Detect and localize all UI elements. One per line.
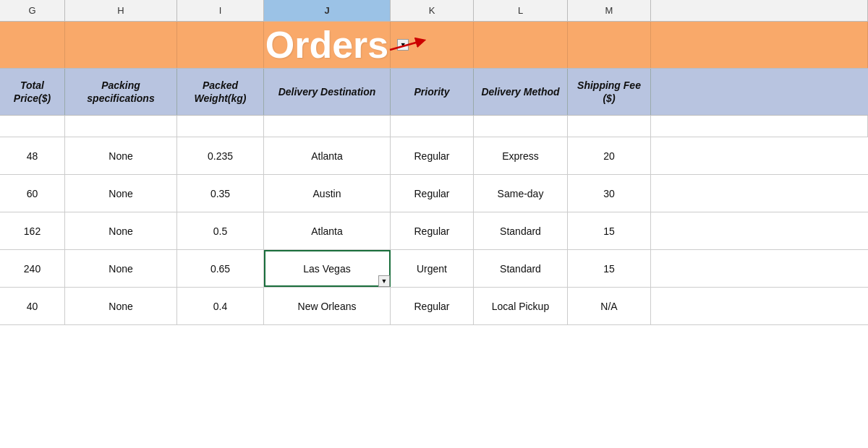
cell-weight-2[interactable]: 0.5 <box>177 212 264 249</box>
arrow-indicator <box>386 34 430 56</box>
cell-destination-0[interactable]: Atlanta <box>264 137 391 174</box>
cell-packing-2[interactable]: None <box>65 212 177 249</box>
cell-packing-0[interactable]: None <box>65 137 177 174</box>
orders-title-span: Orders ▼ <box>265 23 389 66</box>
cell-total-price-4[interactable]: 40 <box>0 288 65 324</box>
title-cell-j: Orders ▼ <box>264 22 391 68</box>
table-row: 48 None 0.235 Atlanta Regular Express 20 <box>0 137 868 175</box>
cell-total-price-2[interactable]: 162 <box>0 212 65 249</box>
col-header-g[interactable]: G <box>0 0 65 21</box>
cell-fee-4[interactable]: N/A <box>568 288 651 324</box>
header-packing-specs: Packing specifications <box>65 69 177 115</box>
cell-priority-4[interactable]: Regular <box>391 288 474 324</box>
col-header-i[interactable]: I <box>177 0 264 21</box>
col-header-j[interactable]: J <box>264 0 391 21</box>
title-cell-i <box>177 22 264 68</box>
title-cell-h <box>65 22 177 68</box>
cell-destination-3-selected[interactable]: Las Vegas▼ <box>264 250 391 287</box>
col-header-h[interactable]: H <box>65 0 177 21</box>
title-row: Orders ▼ <box>0 22 868 69</box>
col-header-k[interactable]: K <box>391 0 474 21</box>
cell-fee-3[interactable]: 15 <box>568 250 651 287</box>
title-cell-g <box>0 22 65 68</box>
empty-row <box>0 116 868 137</box>
cell-packing-3[interactable]: None <box>65 250 177 287</box>
cell-total-price-1[interactable]: 60 <box>0 175 65 212</box>
header-row: Total Price($) Packing specifications Pa… <box>0 69 868 116</box>
cell-fee-0[interactable]: 20 <box>568 137 651 174</box>
table-row: 40 None 0.4 New Orleans Regular Local Pi… <box>0 288 868 325</box>
cell-priority-2[interactable]: Regular <box>391 212 474 249</box>
cell-weight-1[interactable]: 0.35 <box>177 175 264 212</box>
cell-extra-3 <box>651 250 868 287</box>
red-arrow-svg <box>386 34 430 56</box>
cell-method-2[interactable]: Standard <box>474 212 568 249</box>
header-total-price: Total Price($) <box>0 69 65 115</box>
cell-total-price-0[interactable]: 48 <box>0 137 65 174</box>
cell-destination-2[interactable]: Atlanta <box>264 212 391 249</box>
table-row: 240 None 0.65 Las Vegas▼ Urgent Standard… <box>0 250 868 288</box>
header-priority: Priority <box>391 69 474 115</box>
cell-weight-0[interactable]: 0.235 <box>177 137 264 174</box>
cell-dropdown-button[interactable]: ▼ <box>378 275 390 287</box>
header-delivery-destination: Delivery Destination <box>264 69 391 115</box>
cell-method-0[interactable]: Express <box>474 137 568 174</box>
header-extra <box>651 69 868 115</box>
title-cell-l <box>474 22 568 68</box>
col-header-extra <box>651 0 868 21</box>
column-headers-row: G H I J K L M <box>0 0 868 22</box>
cell-extra-1 <box>651 175 868 212</box>
header-packed-weight: Packed Weight(kg) <box>177 69 264 115</box>
table-row: 162 None 0.5 Atlanta Regular Standard 15 <box>0 212 868 250</box>
cell-extra-0 <box>651 137 868 174</box>
col-header-l[interactable]: L <box>474 0 568 21</box>
svg-line-0 <box>390 41 421 50</box>
spreadsheet: G H I J K L M Orders ▼ <box>0 0 868 448</box>
title-cell-extra <box>651 22 868 68</box>
cell-fee-2[interactable]: 15 <box>568 212 651 249</box>
cell-priority-3[interactable]: Urgent <box>391 250 474 287</box>
cell-method-1[interactable]: Same-day <box>474 175 568 212</box>
cell-total-price-3[interactable]: 240 <box>0 250 65 287</box>
cell-destination-1[interactable]: Austin <box>264 175 391 212</box>
cell-extra-2 <box>651 212 868 249</box>
cell-destination-4[interactable]: New Orleans <box>264 288 391 324</box>
orders-title: Orders <box>265 23 389 66</box>
cell-method-3[interactable]: Standard <box>474 250 568 287</box>
cell-priority-0[interactable]: Regular <box>391 137 474 174</box>
cell-fee-1[interactable]: 30 <box>568 175 651 212</box>
title-cell-m <box>568 22 651 68</box>
table-row: 60 None 0.35 Austin Regular Same-day 30 <box>0 175 868 212</box>
col-header-m[interactable]: M <box>568 0 651 21</box>
cell-packing-1[interactable]: None <box>65 175 177 212</box>
cell-priority-1[interactable]: Regular <box>391 175 474 212</box>
header-delivery-method: Delivery Method <box>474 69 568 115</box>
cell-packing-4[interactable]: None <box>65 288 177 324</box>
cell-extra-4 <box>651 288 868 324</box>
cell-weight-3[interactable]: 0.65 <box>177 250 264 287</box>
cell-weight-4[interactable]: 0.4 <box>177 288 264 324</box>
header-shipping-fee: Shipping Fee ($) <box>568 69 651 115</box>
cell-method-4[interactable]: Local Pickup <box>474 288 568 324</box>
